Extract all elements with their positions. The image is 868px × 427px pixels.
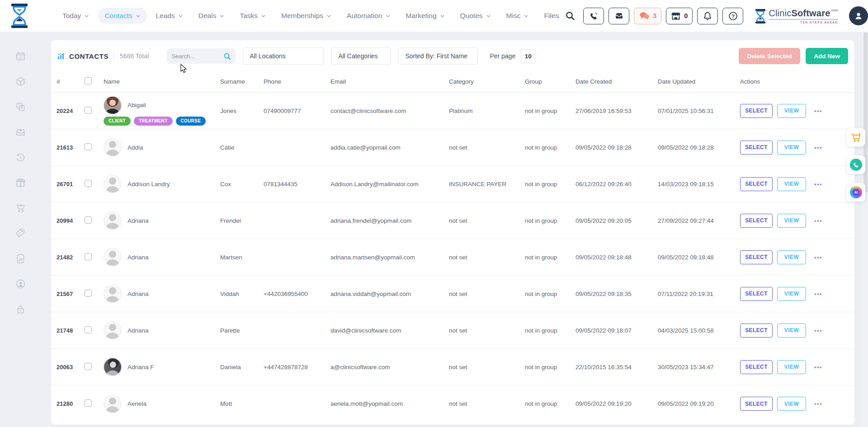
select-button[interactable]: SELECT (740, 104, 773, 118)
row-menu-dots[interactable]: ••• (814, 144, 822, 151)
row-checkbox[interactable] (85, 216, 92, 224)
row-menu-dots[interactable]: ••• (814, 108, 822, 114)
table-row: 20994 Adriana Frendel adriana.frendel@yo… (51, 202, 854, 239)
row-checkbox[interactable] (85, 326, 92, 333)
cart-icon[interactable] (15, 203, 26, 213)
row-checkbox[interactable] (85, 399, 92, 407)
nav-item-files[interactable]: Files (538, 8, 565, 24)
select-button[interactable]: SELECT (740, 177, 773, 191)
store-button[interactable]: 0 (666, 8, 693, 24)
nav-item-misc[interactable]: Misc (500, 8, 535, 24)
contact-phone: +442036955400 (264, 291, 330, 297)
locations-filter[interactable]: All Locations (243, 47, 324, 65)
contact-surname: Frendel (220, 217, 264, 224)
view-button[interactable]: VIEW (777, 104, 806, 118)
view-button[interactable]: VIEW (777, 250, 806, 264)
select-button[interactable]: SELECT (740, 214, 773, 228)
search-input[interactable] (171, 53, 223, 60)
select-button[interactable]: SELECT (740, 397, 773, 411)
search-icon[interactable] (565, 11, 575, 21)
chevron-down-icon (386, 14, 391, 19)
help-button[interactable]: ? (722, 8, 743, 24)
floating-cart-button[interactable] (847, 128, 865, 146)
view-button[interactable]: VIEW (777, 141, 806, 155)
add-new-button[interactable]: Add New (806, 48, 848, 64)
nav-item-quotes[interactable]: Quotes (454, 8, 497, 24)
copy-windows-icon[interactable] (15, 102, 26, 112)
select-all-checkbox[interactable] (85, 77, 92, 84)
contact-category: not set (449, 364, 525, 371)
row-menu-dots[interactable]: ••• (814, 181, 822, 188)
avatar (104, 96, 122, 114)
delete-selected-button[interactable]: Delete Selected (739, 48, 800, 64)
notifications-button[interactable] (697, 8, 718, 24)
view-button[interactable]: VIEW (777, 287, 806, 301)
calendar-icon[interactable]: 12 (15, 51, 26, 61)
row-checkbox[interactable] (85, 180, 92, 187)
gift-icon[interactable] (15, 178, 26, 188)
contact-category: not set (449, 291, 525, 297)
row-menu-dots[interactable]: ••• (814, 254, 822, 261)
report-icon[interactable] (15, 253, 26, 264)
row-menu-dots[interactable]: ••• (814, 291, 822, 297)
sort-filter[interactable]: Sorted By: First Name (398, 47, 478, 65)
user-avatar[interactable] (849, 6, 868, 25)
price-tag-icon[interactable] (15, 228, 26, 239)
per-page-input[interactable] (520, 49, 536, 63)
contact-phone: 07490009777 (264, 108, 330, 114)
nav-item-memberships[interactable]: Memberships (275, 8, 338, 24)
lock-icon[interactable] (15, 304, 26, 314)
inbox-button[interactable] (609, 8, 629, 24)
phone-call-button[interactable] (583, 8, 604, 24)
topbar: Today Contacts Leads Deals Tasks Members… (0, 0, 868, 32)
select-button[interactable]: SELECT (740, 250, 773, 264)
row-menu-dots[interactable]: ••• (814, 327, 822, 334)
floating-ai-button[interactable]: AI (847, 183, 865, 202)
contact-email: Addison.Landry@mailinator.com (330, 181, 449, 188)
chat-badge: 3 (653, 12, 656, 19)
nav-item-today[interactable]: Today (56, 8, 95, 24)
vertical-scrollbar[interactable] (863, 32, 868, 427)
row-checkbox[interactable] (85, 107, 92, 114)
row-checkbox[interactable] (85, 253, 92, 260)
view-button[interactable]: VIEW (777, 324, 806, 338)
history-icon[interactable] (15, 152, 26, 163)
select-button[interactable]: SELECT (740, 324, 773, 338)
view-button[interactable]: VIEW (777, 214, 806, 228)
row-menu-dots[interactable]: ••• (814, 364, 822, 371)
contact-name: Adriana (127, 254, 149, 261)
chat-button[interactable]: 3 (634, 8, 661, 24)
nav-item-tasks[interactable]: Tasks (233, 8, 272, 24)
row-checkbox[interactable] (85, 143, 92, 150)
search-submit-icon[interactable] (223, 52, 231, 60)
view-button[interactable]: VIEW (777, 397, 806, 411)
nav-item-contacts[interactable]: Contacts (98, 8, 146, 24)
cube-icon[interactable] (15, 76, 26, 87)
view-button[interactable]: VIEW (777, 177, 806, 191)
view-button[interactable]: VIEW (777, 360, 806, 374)
brand-underline (769, 19, 838, 20)
select-button[interactable]: SELECT (740, 360, 773, 374)
select-button[interactable]: SELECT (740, 141, 773, 155)
nav-item-deals[interactable]: Deals (192, 8, 231, 24)
nav-item-marketing[interactable]: Marketing (400, 8, 451, 24)
date-created: 22/10/2015 16:35:54 (576, 364, 658, 371)
chevron-down-icon (84, 14, 89, 19)
row-menu-dots[interactable]: ••• (814, 400, 822, 407)
row-checkbox[interactable] (85, 290, 92, 297)
contact-name: Adriana (127, 327, 149, 334)
floating-phone-button[interactable] (847, 155, 865, 174)
nav-item-automation[interactable]: Automation (340, 8, 396, 24)
col-date-updated: Date Updated (658, 78, 740, 85)
date-updated: 27/09/2022 09:27:44 (658, 217, 740, 224)
nav-item-leads[interactable]: Leads (150, 8, 189, 24)
app-logo-hourglass-icon[interactable] (10, 3, 29, 28)
row-menu-dots[interactable]: ••• (814, 217, 822, 224)
person-badge-icon[interactable] (15, 279, 26, 289)
main-nav: Today Contacts Leads Deals Tasks Members… (56, 8, 565, 24)
bar-chart-icon (57, 52, 65, 60)
select-button[interactable]: SELECT (740, 287, 773, 301)
categories-filter[interactable]: All Categories (331, 47, 391, 65)
tray-download-icon[interactable] (15, 127, 26, 137)
row-checkbox[interactable] (85, 363, 92, 370)
